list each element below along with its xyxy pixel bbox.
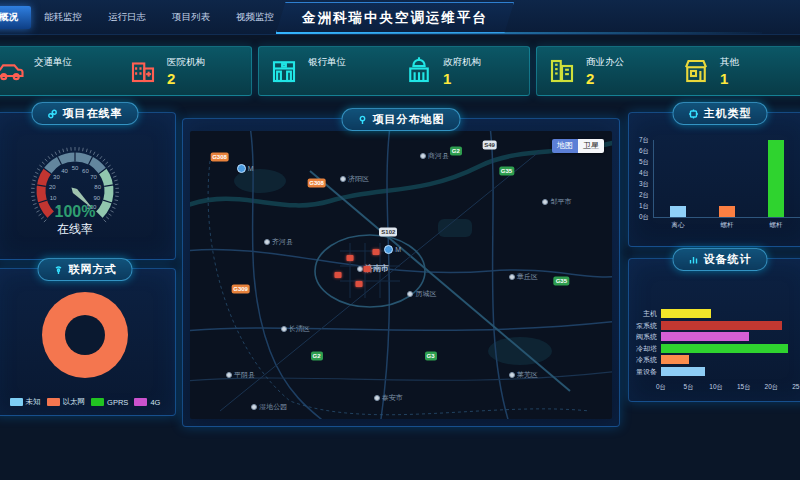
bar-泵系统	[661, 321, 782, 330]
panel-network-type: 联网方式 未知以太网GPRS4G	[0, 268, 176, 416]
project-marker-red[interactable]	[364, 266, 371, 272]
town-name: 平阴县	[234, 370, 255, 380]
stat-value: 2	[167, 70, 205, 87]
stat-value	[34, 70, 72, 86]
panel-header-device-stats: 设备统计	[673, 248, 768, 271]
stat-label: 银行单位	[308, 56, 346, 69]
town-label-长清区: 长清区	[281, 324, 310, 334]
stat-card-1: 交通单位医院机构2	[0, 46, 252, 96]
town-label-泰安市: 泰安市	[374, 393, 403, 403]
map-canvas[interactable]: 济阳区商河县齐河县邹平市章丘区济南市历城区长清区平阴县泰安市莱芜区湿地公园G30…	[190, 131, 612, 419]
road-badge-G309: G309	[231, 285, 250, 294]
bar-主机	[661, 309, 711, 318]
map-marker-layer: 济阳区商河县齐河县邹平市章丘区济南市历城区长清区平阴县泰安市莱芜区湿地公园G30…	[190, 131, 612, 419]
road-badge-S49: S49	[482, 141, 497, 150]
town-dot	[226, 372, 232, 378]
network-donut-area: 未知以太网GPRS4G	[0, 283, 175, 413]
y-axis-tick: 4台	[629, 169, 649, 178]
device-stats-bar-chart: 主机泵系统阀系统冷却塔冷系统量设备0台5台10台15台20台25台	[629, 259, 800, 401]
shop-icon	[681, 56, 711, 86]
svg-text:在线率: 在线率	[57, 222, 93, 236]
legend-item-GPRS[interactable]: GPRS	[91, 397, 128, 407]
town-dot	[374, 395, 380, 401]
y-axis-tick: 2台	[629, 191, 649, 200]
stats-icon	[689, 255, 699, 265]
svg-text:90: 90	[94, 195, 101, 201]
panel-title: 项目分布地图	[373, 112, 445, 127]
town-name: 邹平市	[550, 197, 571, 207]
panel-title: 项目在线率	[63, 106, 123, 121]
stat-label: 商业办公	[586, 56, 624, 69]
town-name: 湿地公园	[259, 402, 287, 412]
legend-label: 4G	[150, 398, 160, 407]
road-badge-G3: G3	[425, 351, 437, 360]
stat-item-其他: 其他1	[671, 56, 800, 87]
project-marker-red[interactable]	[355, 281, 362, 287]
hospital-icon	[128, 56, 158, 86]
nav-tab-概况[interactable]: 概况	[0, 6, 31, 29]
legend-swatch	[134, 398, 147, 406]
stat-item-商业办公: 商业办公2	[537, 56, 671, 87]
y-axis-tick: 0台	[629, 213, 649, 222]
town-name: 章丘区	[517, 272, 538, 282]
panel-online-rate: 项目在线率 0102030405060708090100100%在线率	[0, 112, 176, 260]
x-axis-label: 螺杆	[756, 221, 796, 230]
host-type-bar-chart: 0台1台2台3台4台5台6台7台离心螺杆螺杆	[629, 113, 800, 246]
x-axis-tick: 0台	[652, 383, 670, 392]
nav-tab-项目列表[interactable]: 项目列表	[159, 6, 223, 29]
stat-item-政府机构: 政府机构1	[394, 56, 529, 87]
panel-header-online-rate: 项目在线率	[32, 102, 139, 125]
road-badge-G35: G35	[499, 167, 514, 176]
stat-label: 政府机构	[443, 56, 481, 69]
top-nav-bar: 概况能耗监控运行日志项目列表视频监控 金洲科瑞中央空调运维平台	[0, 0, 800, 35]
town-dot	[281, 326, 287, 332]
stat-value: 1	[720, 70, 739, 87]
legend-item-以太网[interactable]: 以太网	[47, 397, 86, 407]
bar-量设备	[661, 367, 705, 376]
svg-text:60: 60	[82, 168, 89, 174]
y-axis-tick: 1台	[629, 202, 649, 211]
marker-label: M	[395, 246, 401, 253]
nav-tab-视频监控[interactable]: 视频监控	[223, 6, 287, 29]
nav-tab-能耗监控[interactable]: 能耗监控	[31, 6, 95, 29]
town-name: 商河县	[428, 151, 449, 161]
network-legend: 未知以太网GPRS4G	[0, 397, 175, 407]
map-control-卫星[interactable]: 卫星	[578, 139, 604, 153]
map-control-地图[interactable]: 地图	[552, 139, 578, 153]
stat-card-2: 银行单位政府机构1	[258, 46, 530, 96]
bar-螺杆	[768, 140, 784, 217]
town-dot	[542, 199, 548, 205]
bank-icon	[269, 56, 299, 86]
legend-item-4G[interactable]: 4G	[134, 397, 160, 407]
panel-header-host-type: 主机类型	[673, 102, 768, 125]
project-marker-red[interactable]	[334, 272, 341, 278]
stat-cards-row: 交通单位医院机构2银行单位政府机构1商业办公2其他1	[0, 46, 800, 94]
town-label-历城区: 历城区	[407, 289, 436, 299]
stat-card-3: 商业办公2其他1	[536, 46, 800, 96]
legend-item-未知[interactable]: 未知	[10, 397, 41, 407]
project-marker-red[interactable]	[347, 255, 354, 261]
project-marker-blue[interactable]: M	[384, 245, 401, 254]
legend-label: GPRS	[107, 398, 128, 407]
device-row-label: 冷系统	[631, 355, 657, 365]
nav-tabs: 概况能耗监控运行日志项目列表视频监控	[0, 0, 287, 34]
nav-tab-运行日志[interactable]: 运行日志	[95, 6, 159, 29]
svg-text:50: 50	[72, 165, 79, 171]
legend-swatch	[47, 398, 60, 406]
panel-title: 主机类型	[704, 106, 752, 121]
map-type-switcher: 地图卫星	[552, 139, 604, 153]
town-label-章丘区: 章丘区	[509, 272, 538, 282]
town-label-莱芜区: 莱芜区	[509, 370, 538, 380]
x-axis-tick: 10台	[707, 383, 725, 392]
device-row-label: 主机	[631, 309, 657, 319]
stat-value: 1	[443, 70, 481, 87]
town-label-平阴县: 平阴县	[226, 370, 255, 380]
project-marker-red[interactable]	[372, 249, 379, 255]
town-dot	[251, 404, 257, 410]
bar-离心	[670, 206, 686, 217]
blue-dot	[237, 164, 246, 173]
town-dot	[407, 291, 413, 297]
bar-冷却塔	[661, 344, 788, 353]
office-icon	[547, 56, 577, 86]
project-marker-blue[interactable]: M	[237, 164, 254, 173]
